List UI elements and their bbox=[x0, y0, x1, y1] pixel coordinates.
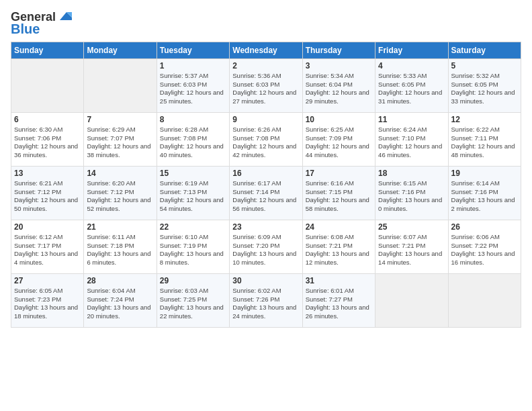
calendar-cell bbox=[84, 58, 157, 112]
day-number: 18 bbox=[378, 169, 445, 178]
day-number: 25 bbox=[378, 222, 445, 232]
day-number: 12 bbox=[451, 115, 518, 124]
day-number: 11 bbox=[378, 115, 445, 124]
calendar-cell: 5Sunrise: 5:32 AMSunset: 6:05 PMDaylight… bbox=[448, 58, 521, 112]
cell-content: Sunrise: 6:02 AMSunset: 7:26 PMDaylight:… bbox=[232, 287, 299, 321]
calendar-cell: 13Sunrise: 6:21 AMSunset: 7:12 PMDayligh… bbox=[11, 166, 84, 220]
calendar-cell: 26Sunrise: 6:06 AMSunset: 7:22 PMDayligh… bbox=[448, 220, 521, 273]
cell-content: Sunrise: 6:03 AMSunset: 7:25 PMDaylight:… bbox=[160, 287, 226, 321]
calendar-cell: 4Sunrise: 5:33 AMSunset: 6:05 PMDaylight… bbox=[375, 58, 448, 112]
cell-content: Sunrise: 6:19 AMSunset: 7:13 PMDaylight:… bbox=[160, 179, 226, 214]
calendar-cell: 3Sunrise: 5:34 AMSunset: 6:04 PMDaylight… bbox=[302, 58, 375, 112]
calendar-cell: 6Sunrise: 6:30 AMSunset: 7:06 PMDaylight… bbox=[11, 112, 84, 166]
cell-content: Sunrise: 6:28 AMSunset: 7:08 PMDaylight:… bbox=[160, 126, 226, 160]
calendar-cell: 17Sunrise: 6:16 AMSunset: 7:15 PMDayligh… bbox=[302, 166, 375, 220]
day-header-thursday: Thursday bbox=[302, 42, 375, 58]
cell-content: Sunrise: 6:24 AMSunset: 7:10 PMDaylight:… bbox=[378, 126, 445, 160]
cell-content: Sunrise: 6:04 AMSunset: 7:24 PMDaylight:… bbox=[87, 287, 153, 321]
cell-content: Sunrise: 6:25 AMSunset: 7:09 PMDaylight:… bbox=[306, 126, 372, 160]
cell-content: Sunrise: 6:29 AMSunset: 7:07 PMDaylight:… bbox=[87, 126, 153, 160]
day-header-wednesday: Wednesday bbox=[230, 42, 302, 58]
calendar-cell: 20Sunrise: 6:12 AMSunset: 7:17 PMDayligh… bbox=[11, 220, 84, 273]
day-number: 14 bbox=[87, 169, 153, 178]
cell-content: Sunrise: 6:08 AMSunset: 7:21 PMDaylight:… bbox=[306, 233, 372, 267]
cell-content: Sunrise: 6:10 AMSunset: 7:19 PMDaylight:… bbox=[160, 233, 226, 267]
calendar-cell: 24Sunrise: 6:08 AMSunset: 7:21 PMDayligh… bbox=[302, 220, 375, 273]
day-header-sunday: Sunday bbox=[11, 42, 84, 58]
day-header-saturday: Saturday bbox=[448, 42, 521, 58]
calendar-cell: 31Sunrise: 6:01 AMSunset: 7:27 PMDayligh… bbox=[302, 273, 375, 327]
day-number: 6 bbox=[14, 115, 81, 124]
day-number: 15 bbox=[160, 169, 226, 178]
cell-content: Sunrise: 6:26 AMSunset: 7:08 PMDaylight:… bbox=[232, 126, 299, 160]
day-number: 30 bbox=[232, 276, 299, 285]
calendar-cell: 28Sunrise: 6:04 AMSunset: 7:24 PMDayligh… bbox=[84, 273, 157, 327]
cell-content: Sunrise: 6:14 AMSunset: 7:16 PMDaylight:… bbox=[451, 179, 518, 214]
day-number: 4 bbox=[378, 61, 445, 71]
cell-content: Sunrise: 6:21 AMSunset: 7:12 PMDaylight:… bbox=[14, 179, 81, 214]
cell-content: Sunrise: 5:37 AMSunset: 6:03 PMDaylight:… bbox=[160, 72, 226, 106]
day-number: 21 bbox=[87, 222, 153, 232]
day-number: 1 bbox=[160, 61, 226, 71]
day-number: 20 bbox=[14, 222, 81, 232]
day-number: 28 bbox=[87, 276, 153, 285]
day-number: 10 bbox=[306, 115, 372, 124]
cell-content: Sunrise: 6:11 AMSunset: 7:18 PMDaylight:… bbox=[87, 233, 153, 267]
day-number: 13 bbox=[14, 169, 81, 178]
day-number: 29 bbox=[160, 276, 226, 285]
calendar-cell: 30Sunrise: 6:02 AMSunset: 7:26 PMDayligh… bbox=[230, 273, 302, 327]
calendar-cell: 19Sunrise: 6:14 AMSunset: 7:16 PMDayligh… bbox=[448, 166, 521, 220]
logo: General Blue bbox=[11, 11, 72, 36]
calendar-cell: 25Sunrise: 6:07 AMSunset: 7:21 PMDayligh… bbox=[375, 220, 448, 273]
day-number: 24 bbox=[306, 222, 372, 232]
cell-content: Sunrise: 6:01 AMSunset: 7:27 PMDaylight:… bbox=[306, 287, 372, 321]
calendar-cell: 9Sunrise: 6:26 AMSunset: 7:08 PMDaylight… bbox=[230, 112, 302, 166]
cell-content: Sunrise: 6:20 AMSunset: 7:12 PMDaylight:… bbox=[87, 179, 153, 214]
day-number: 31 bbox=[306, 276, 372, 285]
calendar-cell: 29Sunrise: 6:03 AMSunset: 7:25 PMDayligh… bbox=[157, 273, 229, 327]
cell-content: Sunrise: 6:16 AMSunset: 7:15 PMDaylight:… bbox=[306, 179, 372, 214]
calendar-cell: 18Sunrise: 6:15 AMSunset: 7:16 PMDayligh… bbox=[375, 166, 448, 220]
calendar-cell: 23Sunrise: 6:09 AMSunset: 7:20 PMDayligh… bbox=[230, 220, 302, 273]
day-number: 26 bbox=[451, 222, 518, 232]
cell-content: Sunrise: 5:32 AMSunset: 6:05 PMDaylight:… bbox=[451, 72, 518, 106]
calendar-cell: 11Sunrise: 6:24 AMSunset: 7:10 PMDayligh… bbox=[375, 112, 448, 166]
calendar-cell bbox=[11, 58, 84, 112]
calendar-cell: 10Sunrise: 6:25 AMSunset: 7:09 PMDayligh… bbox=[302, 112, 375, 166]
day-number: 2 bbox=[232, 61, 299, 71]
cell-content: Sunrise: 6:15 AMSunset: 7:16 PMDaylight:… bbox=[378, 179, 445, 214]
day-number: 22 bbox=[160, 222, 226, 232]
cell-content: Sunrise: 6:07 AMSunset: 7:21 PMDaylight:… bbox=[378, 233, 445, 267]
day-number: 7 bbox=[87, 115, 153, 124]
cell-content: Sunrise: 6:22 AMSunset: 7:11 PMDaylight:… bbox=[451, 126, 518, 160]
cell-content: Sunrise: 5:33 AMSunset: 6:05 PMDaylight:… bbox=[378, 72, 445, 106]
cell-content: Sunrise: 6:06 AMSunset: 7:22 PMDaylight:… bbox=[451, 233, 518, 267]
calendar-cell: 14Sunrise: 6:20 AMSunset: 7:12 PMDayligh… bbox=[84, 166, 157, 220]
day-number: 3 bbox=[306, 61, 372, 71]
logo-icon bbox=[57, 11, 72, 23]
calendar-cell: 1Sunrise: 5:37 AMSunset: 6:03 PMDaylight… bbox=[157, 58, 229, 112]
day-number: 23 bbox=[232, 222, 299, 232]
cell-content: Sunrise: 6:12 AMSunset: 7:17 PMDaylight:… bbox=[14, 233, 81, 267]
logo-blue: Blue bbox=[11, 21, 40, 36]
calendar-cell: 22Sunrise: 6:10 AMSunset: 7:19 PMDayligh… bbox=[157, 220, 229, 273]
calendar-cell bbox=[448, 273, 521, 327]
day-header-monday: Monday bbox=[84, 42, 157, 58]
cell-content: Sunrise: 5:36 AMSunset: 6:03 PMDaylight:… bbox=[232, 72, 299, 106]
calendar-cell: 12Sunrise: 6:22 AMSunset: 7:11 PMDayligh… bbox=[448, 112, 521, 166]
calendar-cell bbox=[375, 273, 448, 327]
calendar-cell: 15Sunrise: 6:19 AMSunset: 7:13 PMDayligh… bbox=[157, 166, 229, 220]
cell-content: Sunrise: 5:34 AMSunset: 6:04 PMDaylight:… bbox=[306, 72, 372, 106]
day-number: 19 bbox=[451, 169, 518, 178]
cell-content: Sunrise: 6:17 AMSunset: 7:14 PMDaylight:… bbox=[232, 179, 299, 214]
day-number: 5 bbox=[451, 61, 518, 71]
cell-content: Sunrise: 6:09 AMSunset: 7:20 PMDaylight:… bbox=[232, 233, 299, 267]
day-number: 17 bbox=[306, 169, 372, 178]
day-number: 27 bbox=[14, 276, 81, 285]
day-number: 9 bbox=[232, 115, 299, 124]
calendar-cell: 16Sunrise: 6:17 AMSunset: 7:14 PMDayligh… bbox=[230, 166, 302, 220]
day-number: 16 bbox=[232, 169, 299, 178]
day-header-tuesday: Tuesday bbox=[157, 42, 229, 58]
calendar-cell: 27Sunrise: 6:05 AMSunset: 7:23 PMDayligh… bbox=[11, 273, 84, 327]
calendar-cell: 21Sunrise: 6:11 AMSunset: 7:18 PMDayligh… bbox=[84, 220, 157, 273]
